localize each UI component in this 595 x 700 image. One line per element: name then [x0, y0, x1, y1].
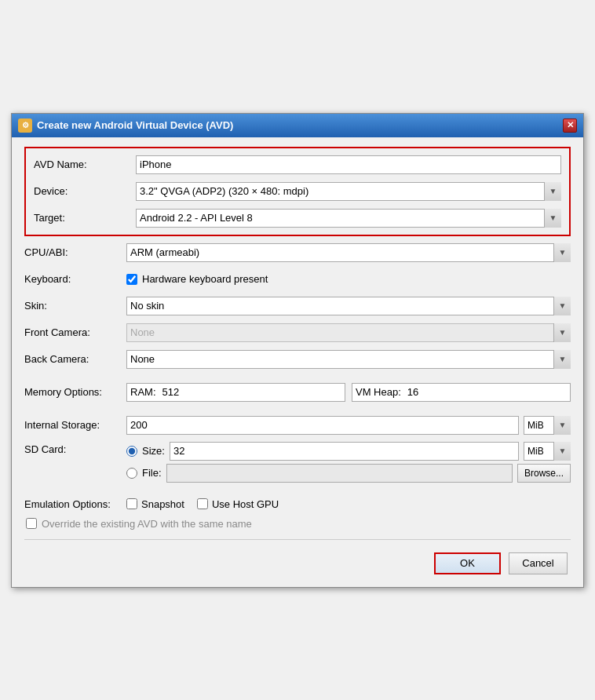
browse-button[interactable]: Browse... — [517, 464, 571, 483]
keyboard-control: Hardware keyboard present — [126, 273, 571, 285]
cpu-select[interactable]: ARM (armeabi) — [126, 243, 571, 262]
target-control: Android 2.2 - API Level 8 ▼ — [136, 209, 561, 228]
sdcard-unit-dropdown: MiB ▼ — [524, 442, 571, 461]
skin-row: Skin: No skin ▼ — [24, 296, 571, 316]
back-camera-select[interactable]: None — [126, 350, 571, 369]
cpu-row: CPU/ABI: ARM (armeabi) ▼ — [24, 242, 571, 263]
cpu-control: ARM (armeabi) ▼ — [126, 243, 571, 262]
sdcard-section: SD Card: Size: MiB ▼ — [24, 442, 571, 486]
ok-button[interactable]: OK — [434, 552, 501, 574]
skin-select[interactable]: No skin — [126, 297, 571, 315]
override-row: Override the existing AVD with the same … — [24, 518, 571, 530]
sdcard-file-label: File: — [142, 467, 162, 479]
override-label: Override the existing AVD with the same … — [42, 518, 252, 530]
target-label: Target: — [34, 212, 136, 224]
dialog-body: AVD Name: Device: 3.2" QVGA (ADP2) (320 … — [12, 137, 583, 587]
front-camera-control: None ▼ — [126, 323, 571, 342]
keyboard-row: Keyboard: Hardware keyboard present — [24, 269, 571, 290]
front-camera-dropdown-wrapper: None ▼ — [126, 323, 571, 342]
internal-storage-control: MiB ▼ — [126, 416, 571, 435]
app-icon: ⚙ — [18, 118, 32, 133]
back-camera-dropdown-wrapper: None ▼ — [126, 350, 571, 369]
memory-label: Memory Options: — [24, 386, 126, 398]
keyboard-label: Keyboard: — [24, 273, 126, 285]
skin-label: Skin: — [24, 300, 126, 312]
dialog-title: Create new Android Virtual Device (AVD) — [37, 119, 233, 131]
close-button[interactable]: ✕ — [563, 118, 577, 133]
internal-storage-unit-dropdown: MiB ▼ — [524, 416, 571, 435]
sdcard-label: SD Card: — [24, 442, 126, 455]
divider — [24, 539, 571, 540]
emulation-label: Emulation Options: — [24, 498, 126, 510]
ram-label: RAM: — [130, 386, 156, 398]
device-control: 3.2" QVGA (ADP2) (320 × 480: mdpi) ▼ — [136, 182, 561, 201]
device-label: Device: — [34, 185, 136, 197]
emulation-row: Emulation Options: Snapshot Use Host GPU — [24, 498, 571, 510]
snapshot-label: Snapshot — [141, 498, 184, 510]
internal-storage-label: Internal Storage: — [24, 419, 126, 431]
override-checkbox[interactable] — [26, 518, 37, 529]
back-camera-control: None ▼ — [126, 350, 571, 369]
back-camera-row: Back Camera: None ▼ — [24, 349, 571, 370]
device-row: Device: 3.2" QVGA (ADP2) (320 × 480: mdp… — [34, 181, 561, 202]
sdcard-size-radio[interactable] — [126, 446, 137, 457]
sdcard-size-row: Size: MiB ▼ — [126, 442, 571, 461]
cpu-label: CPU/ABI: — [24, 246, 126, 258]
emulation-options: Snapshot Use Host GPU — [126, 498, 279, 510]
front-camera-row: Front Camera: None ▼ — [24, 323, 571, 343]
ram-input[interactable] — [159, 383, 342, 402]
avd-name-label: AVD Name: — [34, 159, 136, 170]
back-camera-label: Back Camera: — [24, 353, 126, 365]
memory-control: RAM: VM Heap: — [126, 383, 571, 402]
avd-name-input[interactable] — [136, 155, 561, 174]
device-dropdown-wrapper: 3.2" QVGA (ADP2) (320 × 480: mdpi) ▼ — [136, 182, 561, 201]
target-dropdown-wrapper: Android 2.2 - API Level 8 ▼ — [136, 209, 561, 228]
sdcard-file-row: File: Browse... — [126, 464, 571, 483]
sdcard-file-radio[interactable] — [126, 468, 137, 479]
memory-row: Memory Options: RAM: VM Heap: — [24, 382, 571, 403]
vmheap-input[interactable] — [404, 383, 567, 402]
snapshot-checkbox[interactable] — [126, 498, 137, 509]
use-host-gpu-checkbox[interactable] — [197, 498, 208, 509]
internal-storage-input[interactable] — [126, 416, 519, 435]
keyboard-checkbox-row: Hardware keyboard present — [126, 273, 268, 285]
keyboard-text: Hardware keyboard present — [142, 273, 268, 285]
sdcard-options: Size: MiB ▼ File: Browse... — [126, 442, 571, 486]
skin-control: No skin ▼ — [126, 297, 571, 315]
sdcard-size-input[interactable] — [170, 442, 519, 461]
target-select[interactable]: Android 2.2 - API Level 8 — [136, 209, 561, 228]
title-bar: ⚙ Create new Android Virtual Device (AVD… — [12, 114, 583, 137]
front-camera-label: Front Camera: — [24, 326, 126, 338]
keyboard-checkbox[interactable] — [126, 274, 137, 285]
button-row: OK Cancel — [24, 546, 571, 578]
cancel-button[interactable]: Cancel — [509, 552, 568, 574]
vmheap-label: VM Heap: — [356, 386, 401, 398]
avd-name-control — [136, 155, 561, 174]
memory-inputs: RAM: VM Heap: — [126, 383, 571, 402]
avd-name-row: AVD Name: — [34, 155, 561, 175]
use-host-gpu-label: Use Host GPU — [212, 498, 279, 510]
internal-storage-unit-select[interactable]: MiB — [524, 416, 571, 435]
use-host-gpu-option: Use Host GPU — [197, 498, 279, 510]
ram-group: RAM: — [126, 383, 345, 402]
skin-dropdown-wrapper: No skin ▼ — [126, 297, 571, 315]
front-camera-select[interactable]: None — [126, 323, 571, 342]
sdcard-unit-select[interactable]: MiB — [524, 442, 571, 461]
internal-storage-row: Internal Storage: MiB ▼ — [24, 415, 571, 436]
snapshot-option: Snapshot — [126, 498, 184, 510]
device-select[interactable]: 3.2" QVGA (ADP2) (320 × 480: mdpi) — [136, 182, 561, 201]
title-bar-left: ⚙ Create new Android Virtual Device (AVD… — [18, 118, 233, 133]
sdcard-file-input[interactable] — [166, 464, 513, 483]
vmheap-group: VM Heap: — [352, 383, 571, 402]
highlighted-fields-group: AVD Name: Device: 3.2" QVGA (ADP2) (320 … — [24, 147, 571, 236]
target-row: Target: Android 2.2 - API Level 8 ▼ — [34, 208, 561, 228]
sdcard-size-label: Size: — [142, 445, 165, 457]
cpu-dropdown-wrapper: ARM (armeabi) ▼ — [126, 243, 571, 262]
avd-dialog: ⚙ Create new Android Virtual Device (AVD… — [11, 113, 584, 588]
